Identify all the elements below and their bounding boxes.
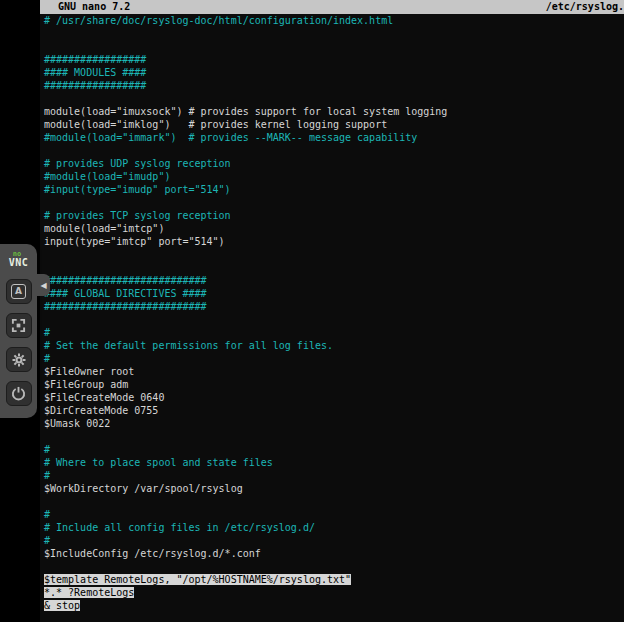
editor-line xyxy=(44,560,624,573)
editor-line: #### GLOBAL DIRECTIVES #### xyxy=(44,287,624,300)
terminal-screen[interactable]: GNU nano 7.2 /etc/rsyslog. # /usr/share/… xyxy=(40,0,624,622)
editor-line-text: # xyxy=(44,535,50,546)
editor-line-text: $Umask 0022 xyxy=(44,418,110,429)
vnc-control-panel: no VNC A xyxy=(0,244,37,418)
editor-line: # xyxy=(44,469,624,482)
editor-line-text: $FileCreateMode 0640 xyxy=(44,392,164,403)
editor-line-text: # provides TCP syslog reception xyxy=(44,210,231,221)
editor-line: #### MODULES #### xyxy=(44,66,624,79)
editor-line: # xyxy=(44,534,624,547)
editor-line: module(load="imklog") # provides kernel … xyxy=(44,118,624,131)
editor-line: # Include all config files in /etc/rsysl… xyxy=(44,521,624,534)
editor-line-text: ########################### xyxy=(44,275,207,286)
editor-line: $DirCreateMode 0755 xyxy=(44,404,624,417)
keyboard-extra-keys-icon: A xyxy=(11,284,26,299)
editor-line: ########################### xyxy=(44,274,624,287)
novnc-logo: no VNC xyxy=(9,251,29,268)
editor-line: # provides TCP syslog reception xyxy=(44,209,624,222)
editor-line-text: #### GLOBAL DIRECTIVES #### xyxy=(44,288,207,299)
editor-line-text: ########################### xyxy=(44,301,207,312)
editor-line: module(load="imtcp") xyxy=(44,222,624,235)
fullscreen-button[interactable] xyxy=(6,313,32,338)
editor-line: $FileGroup adm xyxy=(44,378,624,391)
editor-line: #module(load="imudp") xyxy=(44,170,624,183)
editor-line-text: *.* ?RemoteLogs xyxy=(44,587,134,598)
editor-line: # /usr/share/doc/rsyslog-doc/html/config… xyxy=(44,14,624,27)
editor-line-text: #module(load="immark") # provides --MARK… xyxy=(44,132,417,143)
editor-line: $IncludeConfig /etc/rsyslog.d/*.conf xyxy=(44,547,624,560)
editor-line: input(type="imtcp" port="514") xyxy=(44,235,624,248)
editor-line-text: # xyxy=(44,353,50,364)
settings-button[interactable] xyxy=(6,347,32,372)
editor-line-text: $template RemoteLogs, "/opt/%HOSTNAME%/r… xyxy=(44,574,351,585)
power-button[interactable] xyxy=(6,381,32,406)
editor-line xyxy=(44,430,624,443)
editor-line xyxy=(44,40,624,53)
editor-content[interactable]: # /usr/share/doc/rsyslog-doc/html/config… xyxy=(40,14,624,612)
screen: { "titlebar": { "app": "GNU nano 7.2", "… xyxy=(0,0,624,622)
editor-line: # Set the default permissions for all lo… xyxy=(44,339,624,352)
editor-line-text: $WorkDirectory /var/spool/rsyslog xyxy=(44,483,243,494)
editor-line: $Umask 0022 xyxy=(44,417,624,430)
editor-line-text: $DirCreateMode 0755 xyxy=(44,405,158,416)
editor-line-text: $FileGroup adm xyxy=(44,379,128,390)
editor-line-text: ################# xyxy=(44,54,146,65)
editor-line: #module(load="immark") # provides --MARK… xyxy=(44,131,624,144)
editor-line-text: #input(type="imudp" port="514") xyxy=(44,184,231,195)
nano-titlebar: GNU nano 7.2 /etc/rsyslog. xyxy=(40,0,624,14)
editor-line xyxy=(44,248,624,261)
editor-line xyxy=(44,261,624,274)
chevron-left-icon: ◀ xyxy=(40,281,46,290)
gear-icon xyxy=(11,352,27,368)
editor-line-text: ################# xyxy=(44,80,146,91)
editor-line-text: #### MODULES #### xyxy=(44,67,146,78)
editor-line: $template RemoteLogs, "/opt/%HOSTNAME%/r… xyxy=(44,573,624,586)
editor-line xyxy=(44,92,624,105)
editor-line: ################# xyxy=(44,53,624,66)
editor-line-text: # /usr/share/doc/rsyslog-doc/html/config… xyxy=(44,15,393,26)
editor-line-text: module(load="imtcp") xyxy=(44,223,164,234)
editor-line xyxy=(44,495,624,508)
editor-line-text: # xyxy=(44,509,50,520)
editor-line xyxy=(44,144,624,157)
editor-line: # Where to place spool and state files xyxy=(44,456,624,469)
editor-line-text: # Where to place spool and state files xyxy=(44,457,273,468)
extra-keys-button[interactable]: A xyxy=(6,279,32,304)
editor-line-text: $IncludeConfig /etc/rsyslog.d/*.conf xyxy=(44,548,261,559)
editor-line-text: & stop xyxy=(44,600,80,611)
power-icon xyxy=(11,386,26,401)
novnc-logo-vnc: VNC xyxy=(9,258,29,268)
nano-filename: /etc/rsyslog. xyxy=(546,0,624,14)
editor-line: ########################### xyxy=(44,300,624,313)
fullscreen-icon xyxy=(11,318,26,333)
editor-line-text: # Set the default permissions for all lo… xyxy=(44,340,333,351)
editor-line xyxy=(44,196,624,209)
editor-line-text: # xyxy=(44,444,50,455)
editor-line-text: # xyxy=(44,470,50,481)
editor-line-text: input(type="imtcp" port="514") xyxy=(44,236,225,247)
editor-line: ################# xyxy=(44,79,624,92)
editor-line-text: module(load="imuxsock") # provides suppo… xyxy=(44,106,447,117)
editor-line: & stop xyxy=(44,599,624,612)
editor-line: # provides UDP syslog reception xyxy=(44,157,624,170)
editor-line: module(load="imuxsock") # provides suppo… xyxy=(44,105,624,118)
editor-line: # xyxy=(44,508,624,521)
editor-line-text: #module(load="imudp") xyxy=(44,171,170,182)
editor-line-text: # Include all config files in /etc/rsysl… xyxy=(44,522,315,533)
editor-line: $FileOwner root xyxy=(44,365,624,378)
editor-line: *.* ?RemoteLogs xyxy=(44,586,624,599)
editor-line-text: module(load="imklog") # provides kernel … xyxy=(44,119,387,130)
editor-line: # xyxy=(44,352,624,365)
editor-line xyxy=(44,313,624,326)
editor-line: $WorkDirectory /var/spool/rsyslog xyxy=(44,482,624,495)
editor-line-text: # xyxy=(44,327,50,338)
panel-collapse-handle[interactable]: ◀ xyxy=(37,274,50,296)
editor-line xyxy=(44,27,624,40)
editor-line: $FileCreateMode 0640 xyxy=(44,391,624,404)
editor-line-text: $FileOwner root xyxy=(44,366,134,377)
editor-line: # xyxy=(44,326,624,339)
nano-version: GNU nano 7.2 xyxy=(58,0,130,14)
editor-line: # xyxy=(44,443,624,456)
editor-line: #input(type="imudp" port="514") xyxy=(44,183,624,196)
editor-line-text: # provides UDP syslog reception xyxy=(44,158,231,169)
